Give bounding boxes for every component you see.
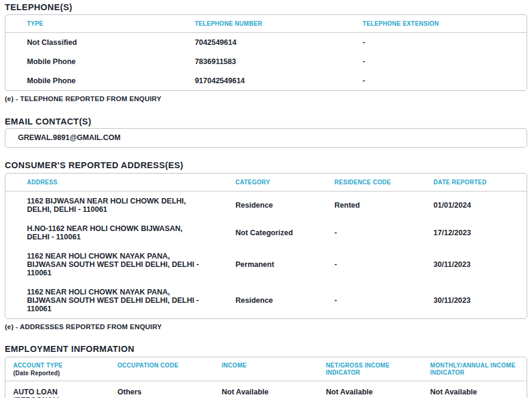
employment-table: ACCOUNT TYPE (Date Reported) OCCUPATION … (5, 357, 527, 398)
employment-income: Not Available (214, 381, 318, 398)
address-value: 1162 NEAR HOLI CHOWK NAYAK PANA, BIJWASA… (5, 282, 214, 318)
telephone-type: Mobile Phone (5, 52, 173, 71)
telephone-type: Mobile Phone (5, 71, 173, 90)
telephone-number: 7836911583 (173, 52, 341, 71)
employment-header-account-type-label: ACCOUNT TYPE (13, 362, 63, 369)
email-section-title: EMAIL CONTACT(S) (5, 117, 527, 126)
telephones-section: TELEPHONE(S) TYPE TELEPHONE NUMBER TELEP… (5, 2, 527, 103)
address-category: Permanent (214, 247, 313, 282)
telephones-table: TYPE TELEPHONE NUMBER TELEPHONE EXTENSIO… (5, 15, 527, 90)
address-date-reported: 30/11/2023 (412, 282, 527, 318)
telephone-number: 917042549614 (173, 71, 341, 90)
address-value: 1162 NEAR HOLI CHOWK NAYAK PANA, BIJWASA… (5, 247, 214, 282)
table-row: AUTO LOAN (PERSONAL) (30/11/2023) Others… (5, 381, 527, 398)
employment-monthly-annual: Not Available (422, 381, 527, 398)
address-residence-code: - (313, 247, 412, 282)
table-row: 1162 NEAR HOLI CHOWK NAYAK PANA, BIJWASA… (5, 247, 527, 282)
telephones-header-row: TYPE TELEPHONE NUMBER TELEPHONE EXTENSIO… (5, 15, 527, 33)
addresses-section-title: CONSUMER'S REPORTED ADDRESS(ES) (5, 160, 527, 170)
address-category: Residence (214, 192, 313, 220)
email-value: GREWAL.9891@GMAIL.COM (5, 128, 527, 148)
employment-account-type-value: AUTO LOAN (PERSONAL) (13, 388, 60, 398)
addresses-header-category: CATEGORY (214, 174, 313, 192)
address-residence-code: - (313, 282, 412, 318)
employment-header-account-type: ACCOUNT TYPE (Date Reported) (5, 357, 110, 381)
email-section: EMAIL CONTACT(S) GREWAL.9891@GMAIL.COM (5, 117, 527, 148)
address-category: Residence (214, 282, 313, 318)
address-category: Not Categorized (214, 219, 313, 247)
addresses-header-date-reported: DATE REPORTED (412, 174, 527, 192)
address-residence-code: - (313, 219, 412, 247)
addresses-header-address: ADDRESS (5, 174, 214, 192)
addresses-footnote: (e) - ADDRESSES REPORTED FROM ENQUIRY (5, 323, 527, 331)
telephones-section-title: TELEPHONE(S) (5, 2, 527, 12)
table-row: Mobile Phone 917042549614 - (5, 71, 527, 90)
credit-report-contact-page: TELEPHONE(S) TYPE TELEPHONE NUMBER TELEP… (0, 0, 532, 398)
addresses-table-card: ADDRESS CATEGORY RESIDENCE CODE DATE REP… (5, 173, 527, 319)
table-row: H.NO-1162 NEAR HOLI CHOWK BIJWASAN, DELH… (5, 219, 527, 247)
employment-header-date-reported-label: (Date Reported) (13, 369, 99, 377)
table-row: Mobile Phone 7836911583 - (5, 52, 527, 71)
addresses-header-residence-code: RESIDENCE CODE (313, 174, 412, 192)
employment-header-row: ACCOUNT TYPE (Date Reported) OCCUPATION … (5, 357, 527, 381)
address-date-reported: 01/01/2024 (412, 192, 527, 220)
telephones-footnote: (e) - TELEPHONE REPORTED FROM ENQUIRY (5, 95, 527, 103)
telephone-extension: - (341, 33, 527, 53)
addresses-section: CONSUMER'S REPORTED ADDRESS(ES) ADDRESS … (5, 160, 527, 331)
telephones-header-number: TELEPHONE NUMBER (173, 15, 341, 33)
employment-header-income: INCOME (214, 357, 318, 381)
employment-net-gross: Not Available (318, 381, 422, 398)
telephones-table-card: TYPE TELEPHONE NUMBER TELEPHONE EXTENSIO… (5, 14, 527, 91)
employment-section-title: EMPLOYMENT INFORMATION (5, 344, 527, 354)
table-row: 1162 BIJWASAN NEAR HOLI CHOWK DELHI, DEL… (5, 192, 527, 220)
employment-table-card: ACCOUNT TYPE (Date Reported) OCCUPATION … (5, 357, 527, 398)
address-value: H.NO-1162 NEAR HOLI CHOWK BIJWASAN, DELH… (5, 219, 214, 247)
table-row: Not Classified 7042549614 - (5, 33, 527, 53)
employment-occupation-code: Others (110, 381, 214, 398)
employment-header-net-gross: NET/GROSS INCOME INDICATOR (318, 357, 422, 381)
table-row: 1162 NEAR HOLI CHOWK NAYAK PANA, BIJWASA… (5, 282, 527, 318)
addresses-table: ADDRESS CATEGORY RESIDENCE CODE DATE REP… (5, 174, 527, 318)
employment-header-monthly-annual: MONTHLY/ANNUAL INCOME INDICATOR (422, 357, 527, 381)
telephone-extension: - (341, 71, 527, 90)
address-residence-code: Rented (313, 192, 412, 220)
addresses-header-row: ADDRESS CATEGORY RESIDENCE CODE DATE REP… (5, 174, 527, 192)
telephones-header-type: TYPE (5, 15, 173, 33)
address-date-reported: 30/11/2023 (412, 247, 527, 282)
employment-account-type: AUTO LOAN (PERSONAL) (30/11/2023) (5, 381, 110, 398)
address-value: 1162 BIJWASAN NEAR HOLI CHOWK DELHI, DEL… (5, 192, 214, 220)
employment-header-occupation-code: OCCUPATION CODE (110, 357, 214, 381)
telephone-number: 7042549614 (173, 33, 341, 53)
telephones-header-extension: TELEPHONE EXTENSION (341, 15, 527, 33)
employment-section: EMPLOYMENT INFORMATION ACCOUNT TYPE (Dat… (5, 344, 527, 398)
address-date-reported: 17/12/2023 (412, 219, 527, 247)
telephone-extension: - (341, 52, 527, 71)
telephone-type: Not Classified (5, 33, 173, 53)
